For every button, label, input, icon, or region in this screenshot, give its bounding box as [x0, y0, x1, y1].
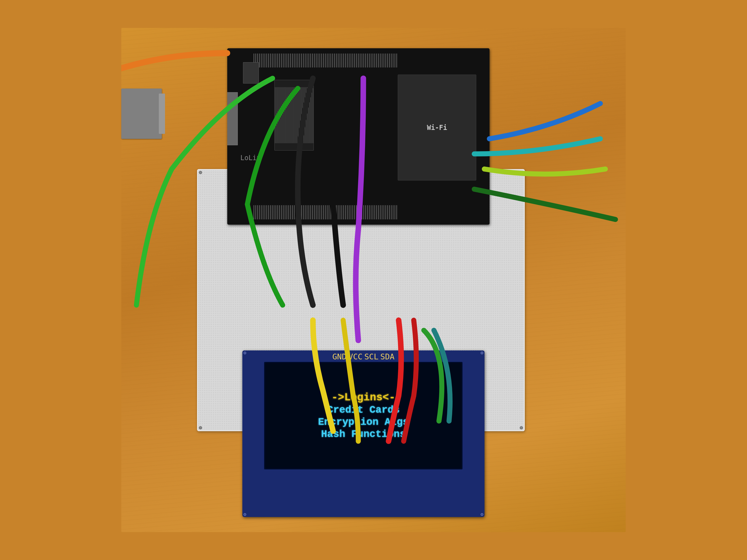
- breadboard-corner-br: [520, 426, 523, 429]
- breadboard-corner-tl: [199, 171, 202, 174]
- nodemcu-board: Wi-Fi LoLin: [227, 48, 490, 224]
- wifi-label: Wi-Fi: [427, 124, 447, 132]
- oled-line-2: Credit Cards: [265, 404, 461, 416]
- oled-pin-gnd: GND: [332, 352, 346, 361]
- oled-corner-bl: [243, 513, 246, 516]
- scene: Wi-Fi LoLin: [121, 28, 625, 532]
- oled-pin-scl: SCL: [364, 352, 379, 361]
- oled-screen: ->Logins<- Credit Cards Encryption Algs …: [264, 362, 463, 470]
- oled-pin-vcc: VCC: [348, 352, 362, 361]
- breadboard-corner-bl: [199, 426, 202, 429]
- oled-pin-sda: SDA: [380, 352, 394, 361]
- oled-line-3: Encryption Algs: [265, 416, 461, 428]
- ic-chip: [275, 80, 314, 150]
- oled-line-1: ->Logins<-: [265, 392, 461, 403]
- pin-headers-bottom: [254, 205, 398, 219]
- oled-line-4: Hash Functions: [265, 428, 461, 440]
- oled-corner-br: [481, 513, 483, 516]
- oled-pin-labels: GND VCC SCL SDA: [242, 351, 485, 362]
- breadboard-corner-tr: [520, 171, 523, 174]
- wifi-module: Wi-Fi: [398, 75, 476, 181]
- board-label: LoLin: [240, 154, 260, 162]
- cable-connector: [121, 88, 161, 139]
- oled-module: GND VCC SCL SDA ->Logins<- Credit Cards …: [242, 350, 485, 517]
- pin-headers-top: [254, 54, 398, 68]
- rst-button: [243, 62, 259, 83]
- usb-port: [227, 92, 238, 145]
